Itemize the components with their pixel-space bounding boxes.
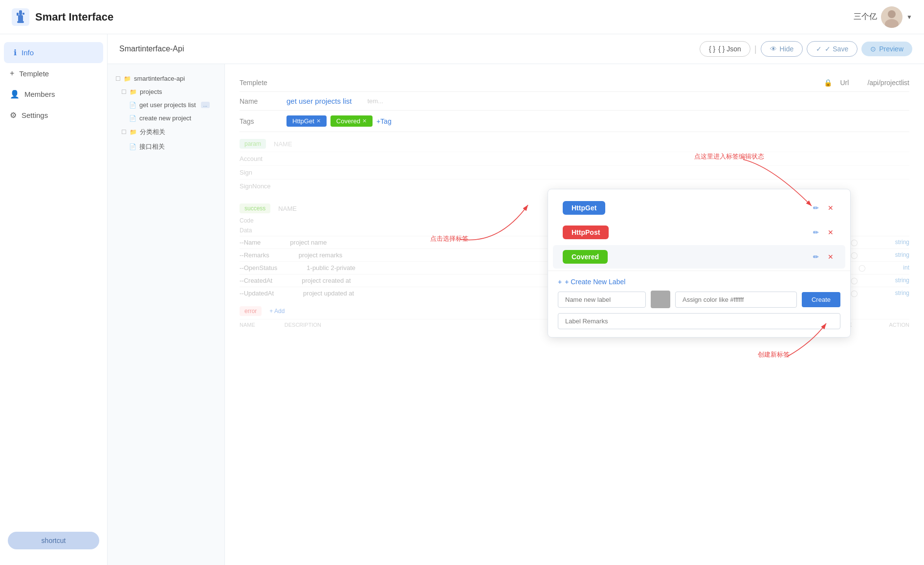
name-col: NAME	[240, 322, 255, 328]
tree-item-root[interactable]: ☐ 📁 smartinterface-api	[108, 72, 224, 85]
tree-label: create new project	[139, 114, 191, 122]
avatar[interactable]	[881, 6, 902, 28]
tree-item-create-project[interactable]: 📄 create new project	[108, 112, 224, 125]
openstatus-desc: 1-public 2-private	[307, 264, 355, 271]
sidebar-item-label-members: Members	[24, 90, 55, 98]
username-label: 三个亿	[854, 12, 877, 22]
create-label-text: + Create New Label	[565, 278, 625, 286]
folder-icon: 📁	[124, 75, 131, 82]
templete-label: Templete	[240, 79, 279, 87]
sidebar-item-info[interactable]: ℹ Info	[4, 42, 103, 63]
checkbox-icon: ☐	[115, 75, 121, 82]
close-httpget-button[interactable]: ✕	[826, 203, 836, 213]
close-covered-button[interactable]: ✕	[826, 252, 836, 262]
tag-close-icon[interactable]: ✕	[316, 118, 321, 124]
success-badge: success	[240, 203, 270, 213]
tag-close-icon[interactable]: ✕	[362, 118, 367, 124]
app-header: Smart Interface 三个亿 ▼	[0, 0, 924, 34]
tree-item-projects[interactable]: ☐ 📁 projects	[108, 85, 224, 98]
create-label-button[interactable]: Create	[802, 292, 840, 307]
add-button[interactable]: + Add	[269, 308, 285, 315]
svg-rect-4	[17, 13, 19, 16]
tree-label: smartinterface-api	[134, 75, 185, 82]
json-button[interactable]: { } { } Json	[700, 41, 750, 57]
tag-httpget[interactable]: HttpGet ✕	[286, 115, 327, 127]
project-name-desc: project name	[290, 239, 327, 246]
label-covered[interactable]: Covered	[563, 250, 608, 264]
preview-button[interactable]: ⊙ Preview	[861, 42, 912, 56]
label-remarks-input[interactable]	[558, 313, 840, 329]
tag-covered[interactable]: Covered ✕	[330, 115, 373, 127]
svg-rect-1	[19, 10, 22, 15]
updatedat-dash: --UpdatedAt	[240, 290, 274, 297]
shortcut-button[interactable]: shortcut	[8, 532, 99, 549]
edit-httpget-button[interactable]: ✏	[811, 203, 821, 213]
type-string4: string	[895, 290, 909, 297]
name-row: Name get user projects list tem...	[240, 92, 909, 111]
url-label: Url	[840, 79, 859, 87]
toggle5: ◯	[851, 290, 858, 297]
edit-covered-button[interactable]: ✏	[811, 252, 821, 262]
sidebar-item-label-settings: Settings	[22, 111, 48, 119]
tag-label: Covered	[336, 117, 360, 125]
sidebar-item-members[interactable]: 👤 Members	[0, 84, 107, 105]
params-area: param NAME Account Sign SignNonce	[240, 132, 909, 197]
name-dash: --Name	[240, 239, 261, 246]
label-name-input[interactable]	[558, 292, 646, 308]
tags-label: Tags	[240, 117, 279, 125]
preview-label: Preview	[879, 45, 903, 53]
tree-item-badge: ...	[201, 102, 210, 108]
edit-httppost-button[interactable]: ✏	[811, 227, 821, 237]
label-httpget[interactable]: HttpGet	[563, 201, 605, 215]
svg-rect-3	[17, 21, 24, 23]
tree-item-category[interactable]: ☐ 📁 分类相关	[108, 125, 224, 139]
members-icon: 👤	[10, 90, 20, 99]
save-button[interactable]: ✓ ✓ Save	[807, 41, 858, 57]
dropdown-row-covered[interactable]: Covered ✏ ✕	[553, 245, 845, 269]
checkbox-icon: ☐	[121, 89, 127, 95]
sidebar-bottom: shortcut	[0, 524, 107, 557]
description-col: DESCRIPTION	[285, 322, 321, 328]
color-picker-swatch[interactable]	[651, 291, 670, 308]
color-input[interactable]	[675, 292, 797, 308]
dropdown-row-httpget[interactable]: HttpGet ✏ ✕	[553, 196, 845, 220]
tag-label: HttpGet	[292, 117, 314, 125]
tags-row: Tags HttpGet ✕ Covered ✕ +Tag	[240, 111, 909, 132]
tree-item-interface[interactable]: 📄 接口相关	[108, 139, 224, 154]
content-area: Smartinterface-Api { } { } Json | 👁 Hide…	[108, 34, 924, 565]
hide-button[interactable]: 👁 Hide	[761, 41, 803, 57]
toggle3: ◯	[858, 264, 866, 271]
close-httppost-button[interactable]: ✕	[826, 227, 836, 237]
json-label: { } Json	[718, 45, 741, 53]
json-icon: { }	[709, 45, 715, 53]
row-actions-covered: ✏ ✕	[811, 252, 836, 262]
sidebar-item-label-info: Info	[22, 48, 34, 57]
tags-container: HttpGet ✕ Covered ✕ +Tag	[286, 115, 392, 127]
tree-label: projects	[140, 88, 162, 95]
tree-label: get user projects list	[139, 101, 196, 109]
lock-icon: 🔒	[824, 79, 832, 87]
label-httppost[interactable]: HttpPost	[563, 226, 609, 239]
main-layout: ℹ Info + Templete 👤 Members ⚙ Settings s…	[0, 34, 924, 565]
create-label-title: + + Create New Label	[558, 278, 840, 286]
sub-header-title: Smartinterface-Api	[119, 45, 184, 53]
separator: |	[754, 44, 757, 54]
folder-icon: 📁	[130, 89, 137, 95]
tree-item-get-projects[interactable]: 📄 get user projects list ...	[108, 98, 224, 112]
sidebar-item-settings[interactable]: ⚙ Settings	[0, 105, 107, 126]
left-panel: ☐ 📁 smartinterface-api ☐ 📁 projects 📄 ge…	[108, 64, 225, 565]
type-int: int	[903, 264, 909, 271]
create-new-label-section: + + Create New Label Create	[548, 271, 850, 331]
name-placeholder: tem...	[367, 97, 383, 105]
preview-icon: ⊙	[870, 45, 876, 53]
openstatus-dash: --OpenStatus	[240, 264, 277, 271]
url-value: /api/projectlist	[867, 79, 909, 87]
sub-header: Smartinterface-Api { } { } Json | 👁 Hide…	[108, 34, 924, 64]
file-icon: 📄	[129, 102, 136, 109]
sidebar-item-templete[interactable]: + Templete	[0, 63, 107, 84]
add-tag-button[interactable]: +Tag	[376, 117, 392, 125]
dropdown-row-httppost[interactable]: HttpPost ✏ ✕	[553, 221, 845, 244]
type-string2: string	[895, 251, 909, 259]
toggle4: ◯	[851, 277, 858, 284]
header-dropdown-icon[interactable]: ▼	[906, 14, 912, 21]
